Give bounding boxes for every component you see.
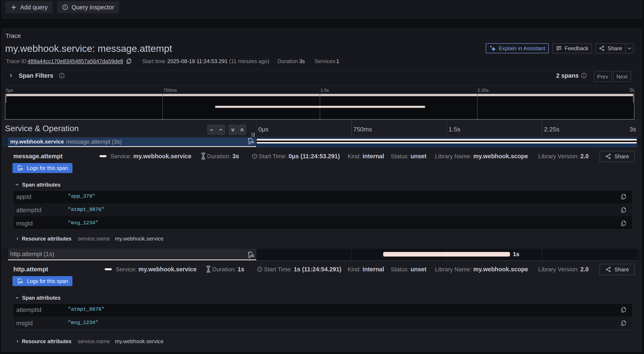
svg-text:LOG: LOG — [249, 254, 254, 258]
svg-text:LOG: LOG — [18, 280, 23, 284]
svg-text:LOG: LOG — [18, 167, 23, 171]
svg-text:LOG: LOG — [249, 140, 254, 144]
